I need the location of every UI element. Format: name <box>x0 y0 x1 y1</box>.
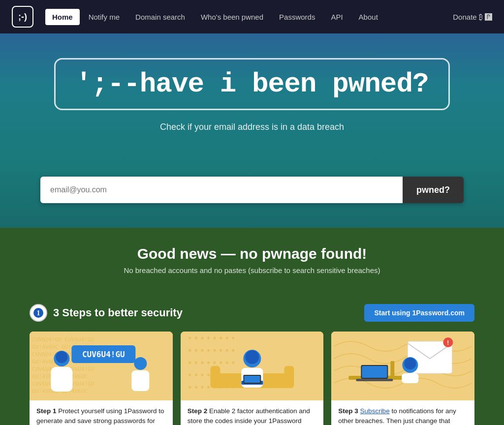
svg-rect-38 <box>391 361 395 380</box>
svg-rect-17 <box>131 370 149 391</box>
step2-illustration: • • • • • • • • • • • • • • • • • • • • … <box>181 332 324 400</box>
svg-point-44 <box>405 358 416 369</box>
step3-subscribe-link[interactable]: Subscribe <box>360 407 390 415</box>
svg-point-15 <box>56 351 67 363</box>
svg-text:CUV6U4!GU CUV6U4!GU: CUV6U4!GU CUV6U4!GU <box>32 336 94 343</box>
svg-text:CUV6U4!GU: CUV6U4!GU <box>82 350 125 359</box>
step3-text: Step 3 Subscribe to notifications for an… <box>338 406 468 425</box>
svg-rect-26 <box>284 366 294 388</box>
navigation: ;-) Home Notify me Domain search Who's b… <box>0 0 504 33</box>
start-1password-button[interactable]: Start using 1Password.com <box>364 304 474 322</box>
svg-text:1: 1 <box>37 309 40 317</box>
steps-title: 3 Steps to better security <box>53 306 183 319</box>
steps-section: 1 3 Steps to better security Start using… <box>0 294 504 425</box>
step2-card: • • • • • • • • • • • • • • • • • • • • … <box>181 332 324 425</box>
donate-link[interactable]: Donate ₿ 🅿 <box>453 13 492 21</box>
step3-body: Step 3 Subscribe to notifications for an… <box>331 400 474 425</box>
step1-image: CUV6U4!GU CUV6U4!GU GU!4V6UC GU!4V6UC CU… <box>30 332 173 400</box>
step2-text: Step 2 Enable 2 factor authentication an… <box>188 406 317 425</box>
email-input[interactable] <box>40 177 403 203</box>
search-bar: pwned? <box>40 177 464 203</box>
hero-section: ';--have i been pwned? Check if your ema… <box>0 33 504 162</box>
svg-point-29 <box>245 350 259 364</box>
onepassword-svg: 1 <box>33 307 44 318</box>
step1-illustration: CUV6U4!GU CUV6U4!GU GU!4V6UC GU!4V6UC CU… <box>30 332 173 400</box>
steps-header: 1 3 Steps to better security Start using… <box>30 304 474 322</box>
svg-rect-32 <box>244 376 260 383</box>
result-section: Good news — no pwnage found! No breached… <box>0 228 504 294</box>
cards-grid: CUV6U4!GU CUV6U4!GU GU!4V6UC GU!4V6UC CU… <box>30 332 474 425</box>
svg-rect-25 <box>210 366 220 388</box>
result-title: Good news — no pwnage found! <box>10 245 494 262</box>
nav-link-notify[interactable]: Notify me <box>82 9 126 25</box>
nav-link-home[interactable]: Home <box>45 9 80 25</box>
pwned-button[interactable]: pwned? <box>403 177 464 203</box>
step1-body: Step 1 Protect yourself using 1Password … <box>30 400 173 425</box>
nav-link-domain[interactable]: Domain search <box>128 9 192 25</box>
step3-label: Step 3 <box>338 407 358 415</box>
hero-title: ';--have i been pwned? <box>75 68 428 100</box>
nav-link-api[interactable]: API <box>324 9 349 25</box>
step3-card: ! Step 3 Subscribe to notif <box>331 332 474 425</box>
svg-text:!: ! <box>447 339 449 346</box>
result-subtitle: No breached accounts and no pastes (subs… <box>10 266 494 274</box>
nav-link-pwned[interactable]: Who's been pwned <box>194 9 270 25</box>
step1-text: Step 1 Protect yourself using 1Password … <box>36 406 166 425</box>
steps-header-left: 1 3 Steps to better security <box>30 304 183 322</box>
svg-rect-14 <box>51 367 72 392</box>
hero-title-box: ';--have i been pwned? <box>54 58 449 110</box>
search-section: pwned? <box>0 162 504 228</box>
hero-subtitle: Check if your email address is in a data… <box>10 122 494 132</box>
svg-rect-43 <box>402 373 419 383</box>
svg-rect-41 <box>356 379 393 381</box>
svg-text:• • • • • • • •: • • • • • • • • <box>188 333 235 343</box>
svg-text:• • • • • • • •: • • • • • • • • <box>188 357 235 368</box>
svg-text:• • • • • • • •: • • • • • • • • <box>188 345 235 356</box>
svg-rect-40 <box>362 366 387 378</box>
step2-label: Step 2 <box>188 407 208 415</box>
nav-links: Home Notify me Domain search Who's been … <box>45 9 449 25</box>
onepassword-icon: 1 <box>30 304 47 322</box>
nav-link-about[interactable]: About <box>352 9 385 25</box>
step3-image: ! <box>331 332 474 400</box>
site-logo[interactable]: ;-) <box>12 6 33 28</box>
step1-card: CUV6U4!GU CUV6U4!GU GU!4V6UC GU!4V6UC CU… <box>30 332 173 425</box>
step1-label: Step 1 <box>36 407 57 415</box>
step2-body: Step 2 Enable 2 factor authentication an… <box>181 400 324 425</box>
step2-image: • • • • • • • • • • • • • • • • • • • • … <box>181 332 324 400</box>
nav-link-passwords[interactable]: Passwords <box>272 9 322 25</box>
svg-point-16 <box>134 357 147 370</box>
step3-illustration: ! <box>331 332 474 400</box>
